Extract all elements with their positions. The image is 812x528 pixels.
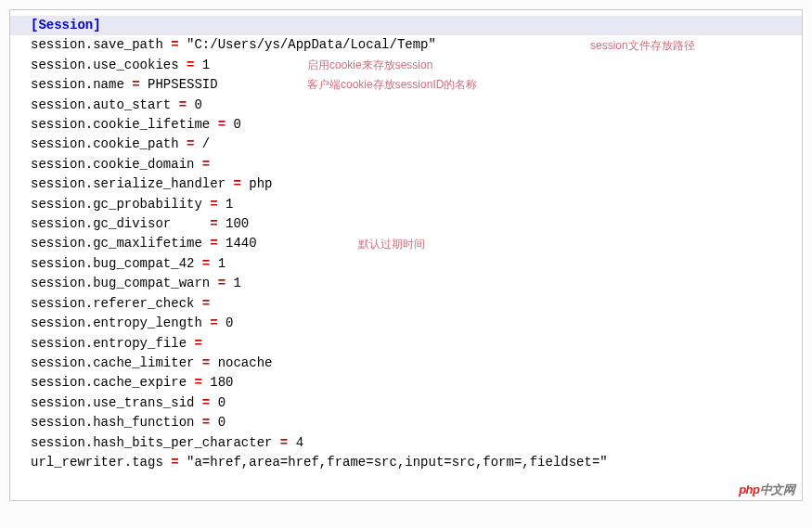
cfg-key: session.entropy_file [31,336,194,351]
equals-sign: = [132,77,139,92]
cfg-val: "a=href,area=href,frame=src,input=src,fo… [179,455,608,470]
cfg-val: 4 [288,435,303,450]
cfg-key: url_rewriter.tags [31,455,171,470]
cfg-key: session.use_trans_sid [31,395,202,410]
cfg-key: session.serialize_handler [31,176,233,191]
equals-sign: = [194,375,201,390]
cfg-val: PHPSESSID [140,77,218,92]
annotation-save-path: session文件存放路径 [590,38,695,54]
equals-sign: = [202,415,210,430]
config-line: session.bug_compat_warn = 1 [10,274,802,293]
cfg-val: 1440 [218,236,257,251]
config-line: session.hash_function = 0 [10,413,802,432]
cfg-key: session.gc_probability [31,197,210,212]
equals-sign: = [210,216,217,231]
cfg-key: session.use_cookies [31,58,187,72]
cfg-key: session.bug_compat_42 [31,256,202,271]
cfg-key: session.cache_limiter [31,355,202,370]
watermark-php: php [739,483,759,496]
cfg-val: 1 [218,197,234,212]
equals-sign: = [202,157,210,172]
equals-sign: = [233,176,240,191]
cfg-pad [171,216,210,231]
cfg-key: session.hash_bits_per_character [31,435,280,450]
equals-sign: = [202,256,210,271]
cfg-val: 0 [187,97,202,112]
cfg-val: 0 [226,117,241,132]
cfg-key: session.cookie_domain [31,157,202,172]
equals-sign: = [171,455,178,470]
config-line: session.cookie_lifetime = 0 [10,115,802,135]
equals-sign: = [210,236,217,251]
config-line: session.entropy_length = 0 [10,314,802,333]
config-line: session.gc_divisor = 100 [10,214,802,234]
equals-sign: = [171,37,178,52]
cfg-val: 100 [218,216,250,231]
config-line: session.cookie_domain = [10,155,802,174]
cfg-val: 1 [226,276,241,290]
config-line: session.bug_compat_42 = 1 [10,254,802,274]
cfg-key: session.name [31,77,132,92]
cfg-val: 0 [210,395,226,410]
config-line: session.auto_start = 0 [10,96,802,115]
config-line: session.use_trans_sid = 0 [10,393,802,413]
annotation-use-cookies: 启用cookie来存放session [307,58,432,73]
cfg-val: / [194,136,210,151]
config-line: session.cache_expire = 180 [10,373,802,393]
equals-sign: = [179,97,187,112]
cfg-val: 1 [210,256,226,271]
config-line: session.entropy_file = [10,334,802,354]
section-header: [Session] [10,16,802,35]
equals-sign: = [202,296,210,311]
cfg-val: 0 [210,415,226,430]
config-line: session.serialize_handler = php [10,174,802,194]
watermark-cn: 中文网 [760,483,795,496]
cfg-val: nocache [210,355,272,370]
config-line: session.hash_bits_per_character = 4 [10,433,802,453]
watermark: php中文网 [739,482,794,498]
config-line: session.cache_limiter = nocache [10,354,802,373]
cfg-key: session.cookie_path [31,136,187,151]
cfg-key: session.gc_maxlifetime [31,236,210,251]
cfg-key: session.auto_start [31,97,179,112]
cfg-key: session.entropy_length [31,316,210,330]
annotation-session-name: 客户端cookie存放sessionID的名称 [307,77,477,93]
cfg-val: php [241,176,273,191]
cfg-key: session.cookie_lifetime [31,117,218,132]
cfg-key: session.gc_divisor [31,216,171,231]
config-line: session.cookie_path = / [10,135,802,154]
cfg-key: session.referer_check [31,296,202,311]
equals-sign: = [202,355,210,370]
equals-sign: = [280,435,288,450]
equals-sign: = [210,316,217,330]
cfg-val: 180 [202,375,234,390]
cfg-key: session.cache_expire [31,375,194,390]
cfg-key: session.bug_compat_warn [31,276,218,290]
code-container: [Session] session.save_path = "C:/Users/… [9,9,803,501]
config-line: session.gc_probability = 1 [10,195,802,214]
cfg-key: session.save_path [31,37,171,52]
cfg-val: 1 [194,58,210,72]
equals-sign: = [202,395,210,410]
cfg-val: "C:/Users/ys/AppData/Local/Temp" [179,37,436,52]
cfg-key: session.hash_function [31,415,202,430]
equals-sign: = [218,276,226,290]
annotation-maxlifetime: 默认过期时间 [358,237,425,252]
config-line: session.referer_check = [10,294,802,314]
equals-sign: = [194,336,201,351]
config-line: url_rewriter.tags = "a=href,area=href,fr… [10,453,802,472]
cfg-val: 0 [218,316,234,330]
equals-sign: = [210,197,217,212]
equals-sign: = [218,117,226,132]
